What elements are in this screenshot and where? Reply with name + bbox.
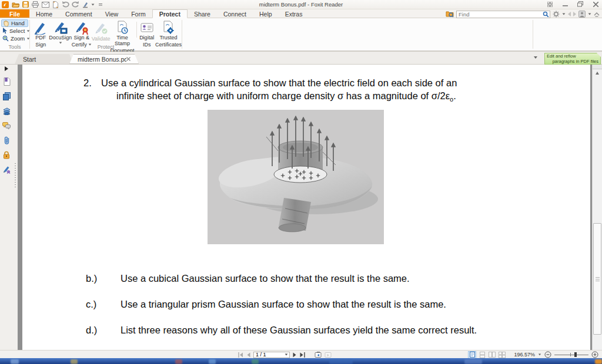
account-avatar-icon[interactable]: [578, 11, 586, 18]
scrollbar-thumb[interactable]: [593, 223, 601, 335]
problem-2-text: 2.Use a cylindrical Gaussian surface to …: [83, 76, 542, 106]
hand-icon: [3, 20, 9, 26]
tab-midterm-bonus-pdf[interactable]: midterm Bonus.pdf: [69, 54, 139, 64]
ui-options-icon[interactable]: [546, 1, 554, 8]
problem-line-1: Use a cylindrical Gaussian surface to sh…: [101, 77, 457, 88]
tab-list-caret-icon[interactable]: [534, 56, 537, 59]
tab-extras[interactable]: Extras: [279, 9, 309, 18]
last-page-icon[interactable]: [300, 352, 305, 358]
view-settings-caret-icon[interactable]: [563, 13, 566, 15]
tab-protect[interactable]: Protect: [152, 9, 188, 18]
select-tool-label: Select: [9, 28, 25, 34]
next-view-icon[interactable]: [573, 12, 576, 16]
time-stamp-button[interactable]: Time StampDocument: [111, 20, 135, 44]
digital-ids-icon: [139, 21, 155, 35]
open-file-icon[interactable]: [11, 1, 19, 8]
taskbar-item[interactable]: [595, 359, 602, 364]
print-icon[interactable]: [31, 1, 39, 8]
taskbar-item[interactable]: [329, 359, 353, 364]
customize-toolbar-icon[interactable]: [96, 1, 105, 8]
attachments-icon[interactable]: [2, 136, 11, 145]
tab-home[interactable]: Home: [29, 9, 59, 18]
figure-gaussian-cylinder: [208, 110, 384, 244]
minimize-button[interactable]: [561, 1, 569, 8]
tab-view[interactable]: View: [99, 9, 125, 18]
item-b-label: b.): [86, 272, 121, 285]
taskbar-item[interactable]: [175, 359, 182, 364]
pdf-sign-button[interactable]: PDFSign: [32, 20, 49, 44]
single-page-view-icon[interactable]: [469, 352, 476, 358]
facing-view-icon[interactable]: [489, 352, 496, 358]
pdf-page[interactable]: 2.Use a cylindrical Gaussian surface to …: [22, 65, 590, 350]
tab-comment[interactable]: Comment: [59, 9, 99, 18]
account-caret-icon[interactable]: [588, 13, 591, 15]
pages-icon[interactable]: [2, 92, 11, 101]
digital-ids-button[interactable]: DigitalIDs: [138, 20, 155, 44]
security-lock-icon[interactable]: [2, 150, 11, 160]
next-view-history-icon[interactable]: [325, 352, 332, 358]
zoom-slider-handle[interactable]: [574, 352, 577, 357]
restore-button[interactable]: [576, 1, 584, 8]
continuous-view-icon[interactable]: [479, 352, 486, 358]
promo-fold-corner: [597, 53, 601, 57]
tab-connect[interactable]: Connect: [217, 9, 253, 18]
tab-form[interactable]: Form: [125, 9, 152, 18]
tab-help[interactable]: Help: [253, 9, 279, 18]
find-search-icon[interactable]: [543, 11, 549, 18]
next-page-icon[interactable]: [293, 352, 297, 358]
zoom-out-icon[interactable]: [544, 351, 551, 358]
sidebar-splitter[interactable]: [13, 65, 18, 350]
taskbar-item[interactable]: [11, 359, 19, 364]
taskbar-item[interactable]: [209, 359, 216, 364]
close-tab-icon[interactable]: [126, 57, 131, 61]
problem-number: 2.: [83, 76, 101, 89]
zoom-slider[interactable]: [554, 350, 588, 359]
previous-page-icon[interactable]: [246, 352, 250, 358]
taskbar-item[interactable]: [71, 359, 78, 364]
tab-share[interactable]: Share: [188, 9, 217, 18]
first-page-icon[interactable]: [238, 352, 243, 358]
save-icon[interactable]: [21, 1, 29, 8]
taskbar-item[interactable]: [252, 359, 259, 364]
bookmarks-icon[interactable]: [2, 77, 11, 86]
find-input[interactable]: [456, 11, 550, 18]
hand-tool-button[interactable]: Hand: [1, 19, 28, 27]
docusign-button[interactable]: DocuSign: [49, 20, 72, 44]
zoom-percentage[interactable]: 196.57%: [514, 352, 535, 358]
redo-icon[interactable]: [71, 1, 79, 8]
view-settings-icon[interactable]: [553, 11, 560, 18]
vertical-scrollbar[interactable]: [592, 65, 602, 350]
expand-panel-icon[interactable]: [2, 66, 11, 72]
comments-icon[interactable]: [2, 121, 11, 130]
sign-certify-button[interactable]: Sign & Certify: [72, 20, 92, 44]
collapse-ribbon-icon[interactable]: [594, 12, 600, 17]
quick-sign-caret-icon[interactable]: [92, 4, 95, 5]
zoom-caret-icon[interactable]: [539, 354, 541, 356]
email-icon[interactable]: [41, 1, 49, 8]
select-cursor-icon: [2, 28, 8, 34]
continuous-facing-view-icon[interactable]: [499, 352, 506, 358]
previous-view-icon[interactable]: [568, 12, 571, 16]
layers-icon[interactable]: [2, 106, 11, 116]
previous-view-history-icon[interactable]: [315, 352, 322, 358]
zoom-magnifier-icon: [2, 35, 9, 42]
zoom-in-icon[interactable]: [591, 351, 598, 358]
zoom-tool-button[interactable]: Zoom: [1, 35, 28, 42]
windows-taskbar[interactable]: [0, 358, 602, 364]
tab-start-page[interactable]: Start: [15, 54, 73, 64]
close-button[interactable]: [591, 1, 600, 8]
trusted-certificates-button[interactable]: TrustedCertificates: [155, 20, 182, 44]
scroll-up-icon[interactable]: [593, 69, 602, 77]
undo-icon[interactable]: [61, 1, 69, 8]
tab-file[interactable]: File: [0, 9, 29, 18]
split-view-handle[interactable]: [593, 65, 602, 69]
promo-tooltip[interactable]: Edit and reflow paragraphs in PDF files: [544, 53, 601, 65]
select-tool-button[interactable]: Select: [1, 27, 28, 35]
quick-sign-icon[interactable]: [81, 1, 89, 8]
digital-signatures-icon[interactable]: [2, 165, 11, 174]
create-pdf-icon[interactable]: [51, 1, 59, 8]
tools-group-label: Tools: [0, 44, 29, 50]
taskbar-item[interactable]: [464, 359, 482, 364]
search-folder-icon[interactable]: [446, 11, 454, 18]
page-field-caret-icon[interactable]: [285, 353, 288, 355]
